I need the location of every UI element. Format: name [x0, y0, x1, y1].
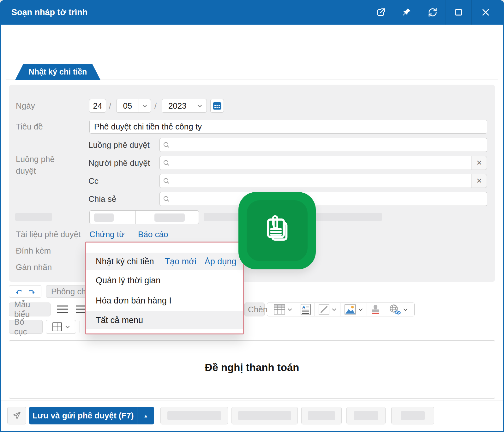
search-icon [163, 141, 170, 148]
calendar-picker-button[interactable] [210, 99, 224, 113]
title-label: Tiêu đề [16, 120, 43, 134]
svg-text:A: A [302, 305, 305, 309]
share-row-label: Chia sẻ [88, 192, 116, 206]
window-titlebar: Soạn nháp tờ trình [0, 0, 504, 25]
undo-redo-group [9, 285, 41, 298]
send-button[interactable] [7, 407, 26, 424]
chevron-down-icon [332, 308, 336, 311]
insert-image-button[interactable] [340, 303, 367, 316]
cc-input[interactable] [173, 174, 472, 188]
approval-docs-label: Tài liệu phê duyệt [16, 227, 81, 241]
document-pages-icon [256, 210, 298, 252]
maximize-icon [454, 8, 463, 17]
layout-group-label: Bố cục [9, 320, 43, 334]
skeleton-placeholder [154, 213, 185, 222]
toolbar-divider [80, 321, 80, 333]
menu-item-label: Tất cả menu [96, 315, 143, 325]
refresh-icon [428, 8, 437, 17]
chevron-down-icon [65, 326, 70, 328]
chevron-down-icon [142, 105, 147, 107]
search-button[interactable] [159, 156, 173, 170]
open-new-window-button[interactable] [368, 0, 394, 25]
menu-action-tao-moi[interactable]: Tạo mới [165, 257, 196, 267]
footer-skeleton-button[interactable] [391, 407, 434, 424]
chevron-down-icon [197, 105, 202, 107]
year-dropdown-button[interactable] [193, 99, 207, 112]
menu-item-tat-ca-menu[interactable]: Tất cả menu [86, 311, 243, 329]
search-icon [163, 195, 170, 202]
search-button[interactable] [159, 174, 173, 188]
layout-grid-icon [52, 322, 62, 332]
journal-app-icon[interactable] [238, 192, 316, 269]
redo-icon[interactable] [27, 288, 35, 295]
insert-table-button[interactable] [269, 303, 297, 316]
insert-line-button[interactable] [315, 303, 340, 316]
clear-button[interactable]: ✕ [471, 174, 487, 188]
clear-icon: ✕ [476, 177, 482, 185]
pin-button[interactable] [394, 0, 420, 25]
skeleton-placeholder [167, 411, 221, 420]
attach-label: Đính kèm [16, 244, 51, 258]
more-options-button[interactable]: ▲ [137, 407, 154, 424]
skeleton-range-control [89, 210, 199, 224]
footer-skeleton-button[interactable] [346, 407, 386, 424]
table-icon [274, 304, 285, 315]
clear-icon: ✕ [476, 159, 482, 167]
menu-item-hoa-don-ban-hang[interactable]: Hóa đơn bán hàng I [86, 291, 243, 311]
month-dropdown-button[interactable] [139, 99, 151, 112]
menu-item-label: Quản lý thời gian [96, 276, 160, 285]
footer-skeleton-button[interactable] [301, 407, 342, 424]
undo-icon[interactable] [15, 288, 23, 295]
date-month-field[interactable]: 05 [116, 99, 151, 113]
document-heading: Đề nghị thanh toán [9, 362, 495, 374]
date-day-field[interactable]: 24 [89, 99, 106, 113]
insert-link-button[interactable] [384, 303, 412, 316]
align-justify-button[interactable] [57, 305, 68, 315]
approver-input[interactable] [173, 156, 472, 170]
refresh-button[interactable] [420, 0, 446, 25]
skeleton-placeholder [238, 411, 291, 420]
insert-text-block-button[interactable]: A [297, 303, 315, 316]
title-input[interactable] [89, 120, 487, 134]
flow-group-label: Luồng phê duyệt [16, 153, 73, 177]
save-and-send-button[interactable]: Lưu và gửi phê duyệt (F7) [29, 407, 137, 424]
line-icon [319, 304, 329, 315]
tab-nhat-ky-chi-tien[interactable]: Nhật ký chi tiền [15, 64, 100, 80]
document-editor-canvas[interactable]: Đề nghị thanh toán [9, 340, 495, 399]
app-window: Soạn nháp tờ trình ★ ? Soạn nháp tờ trìn… [0, 0, 504, 432]
globe-link-icon [389, 304, 401, 315]
date-separator: / [154, 99, 157, 113]
insert-stamp-button[interactable] [367, 303, 384, 316]
window-border-right [503, 0, 504, 432]
menu-item-label: Hóa đơn bán hàng I [96, 296, 171, 306]
menu-action-ap-dung[interactable]: Áp dụng [205, 257, 237, 267]
date-year-field[interactable]: 2023 [162, 99, 207, 113]
skeleton-divider [150, 211, 150, 224]
layout-grid-button[interactable] [46, 320, 76, 334]
footer-skeleton-button[interactable] [231, 407, 298, 424]
close-button[interactable] [471, 0, 500, 25]
footer-skeleton-button[interactable] [160, 407, 228, 424]
open-new-window-icon [376, 8, 386, 17]
menu-item-label: Nhật ký chi tiền [96, 257, 154, 267]
text-document-icon: A [301, 304, 311, 315]
date-month-value: 05 [117, 99, 139, 112]
search-button[interactable] [159, 138, 173, 152]
search-icon [163, 177, 170, 184]
share-input[interactable] [173, 192, 487, 206]
link-bao-cao[interactable]: Báo cáo [138, 227, 168, 241]
footer-divider [0, 400, 504, 400]
close-icon [481, 8, 490, 17]
clear-button[interactable]: ✕ [471, 156, 487, 170]
flow-input[interactable] [173, 138, 487, 152]
menu-item-nhat-ky-chi-tien[interactable]: Nhật ký chi tiền Tạo mới Áp dụng [86, 253, 243, 270]
search-button[interactable] [159, 192, 173, 206]
link-chung-tu[interactable]: Chứng từ [89, 227, 124, 241]
menu-item-quan-ly-thoi-gian[interactable]: Quản lý thời gian [86, 270, 243, 291]
template-group-label: Mẫu biểu [9, 303, 51, 316]
flow-row-label: Luồng phê duyệt [88, 138, 150, 152]
template-dropdown-menu: Nhật ký chi tiền Tạo mới Áp dụng Quản lý… [85, 242, 244, 334]
date-year-value: 2023 [162, 99, 193, 112]
maximize-button[interactable] [446, 0, 471, 25]
approver-row-label: Người phê duyệt [88, 156, 150, 170]
